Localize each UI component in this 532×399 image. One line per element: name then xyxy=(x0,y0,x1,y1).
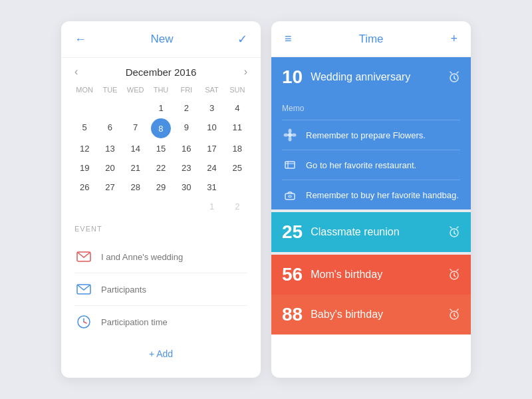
svg-point-14 xyxy=(292,134,297,137)
svg-rect-15 xyxy=(285,162,295,168)
add-button[interactable]: + Add xyxy=(61,340,261,367)
flower-icon xyxy=(282,127,298,143)
memo-row-handbag: Remember to buy her favorite handbag. xyxy=(282,180,460,209)
day-cells[interactable]: 1234567891011121314151617181920212223242… xyxy=(72,99,250,215)
add-event-button[interactable]: + xyxy=(450,32,458,46)
event-card-moms-birthday[interactable]: 56 Mom's birthday xyxy=(271,255,471,295)
day-cell[interactable]: 13 xyxy=(97,140,122,158)
svg-point-12 xyxy=(289,137,292,142)
time-input[interactable] xyxy=(101,317,247,327)
svg-line-9 xyxy=(457,72,458,73)
day-cell[interactable]: 2 xyxy=(225,198,250,215)
svg-line-28 xyxy=(450,269,452,271)
event-card-babys-birthday[interactable]: 88 Baby's birthday xyxy=(271,295,471,334)
svg-line-32 xyxy=(454,316,456,317)
day-cell[interactable]: 4 xyxy=(225,99,250,117)
day-cell[interactable]: 20 xyxy=(97,159,122,177)
day-cell[interactable]: 12 xyxy=(72,140,97,158)
day-cell[interactable]: 6 xyxy=(97,118,122,138)
day-cell[interactable]: 7 xyxy=(123,118,148,138)
prev-month-button[interactable]: ‹ xyxy=(74,66,78,78)
memo-label: Memo xyxy=(282,101,460,120)
svg-line-33 xyxy=(450,309,452,311)
envelope-red-icon xyxy=(74,247,93,266)
day-cell xyxy=(148,198,174,215)
svg-point-10 xyxy=(288,133,292,137)
day-header-mon: MON xyxy=(72,83,97,96)
check-button[interactable]: ✓ xyxy=(237,32,247,47)
svg-line-4 xyxy=(84,322,86,323)
svg-line-34 xyxy=(457,309,458,311)
day-cell[interactable]: 25 xyxy=(225,159,250,177)
day-header-sun: SUN xyxy=(225,83,250,96)
alarm-icon-babys-birthday xyxy=(448,309,460,321)
day-cell[interactable]: 26 xyxy=(72,178,97,196)
next-month-button[interactable]: › xyxy=(244,66,247,78)
day-cell[interactable]: 23 xyxy=(174,159,199,177)
day-cell[interactable]: 16 xyxy=(174,140,199,158)
day-cell[interactable]: 14 xyxy=(123,140,148,158)
day-cell xyxy=(123,198,148,215)
day-headers: MONTUEWEDTHUFRISATSUN xyxy=(72,83,250,96)
event-card-wedding[interactable]: 10 Wedding anniversary xyxy=(271,57,471,97)
day-cell[interactable]: 2 xyxy=(174,99,199,117)
day-cell[interactable]: 17 xyxy=(199,140,224,158)
day-cell xyxy=(174,198,199,215)
day-cell xyxy=(97,99,122,117)
event-row-time xyxy=(74,306,247,338)
svg-point-11 xyxy=(289,129,292,134)
calendar-header: ← New ✓ xyxy=(61,21,261,58)
svg-line-27 xyxy=(454,276,456,277)
day-header-thu: THU xyxy=(148,83,174,96)
day-cell[interactable]: 27 xyxy=(97,178,122,196)
day-header-fri: FRI xyxy=(174,83,199,96)
day-cell[interactable]: 15 xyxy=(148,140,174,158)
svg-line-23 xyxy=(450,227,452,228)
memo-text-handbag: Remember to buy her favorite handbag. xyxy=(306,190,459,200)
day-cell[interactable]: 29 xyxy=(148,178,174,196)
day-cell[interactable]: 1 xyxy=(199,198,224,215)
day-cell[interactable]: 11 xyxy=(225,118,250,138)
day-cell[interactable]: 9 xyxy=(174,118,199,138)
event-card-classmate[interactable]: 25 Classmate reunion xyxy=(271,212,471,252)
day-cell[interactable]: 8 xyxy=(151,118,171,138)
time-panel: ≡ Time + 10 Wedding anniversary xyxy=(271,21,471,378)
day-cell[interactable]: 18 xyxy=(225,140,250,158)
event-name-babys-birthday: Baby's birthday xyxy=(311,309,448,321)
day-header-wed: WED xyxy=(123,83,148,96)
day-cell[interactable]: 10 xyxy=(199,118,224,138)
day-cell[interactable]: 21 xyxy=(123,159,148,177)
memo-row-flowers: Remember to prepare Flowers. xyxy=(282,120,460,150)
event-row-participants xyxy=(74,273,247,306)
svg-rect-18 xyxy=(285,194,295,200)
event-label: EVENT xyxy=(74,225,247,233)
day-cell[interactable]: 1 xyxy=(148,99,174,117)
day-cell[interactable]: 28 xyxy=(123,178,148,196)
time-header: ≡ Time + xyxy=(271,21,471,57)
clock-icon xyxy=(74,313,93,331)
svg-point-13 xyxy=(284,134,289,137)
memo-text-flowers: Remember to prepare Flowers. xyxy=(306,130,426,140)
day-cell[interactable]: 31 xyxy=(199,178,224,196)
menu-button[interactable]: ≡ xyxy=(285,32,292,46)
back-button[interactable]: ← xyxy=(74,33,86,47)
day-cell[interactable]: 30 xyxy=(174,178,199,196)
day-cell[interactable]: 19 xyxy=(72,159,97,177)
envelope-blue-icon xyxy=(74,280,93,299)
day-cell[interactable]: 3 xyxy=(199,99,224,117)
handbag-icon xyxy=(282,187,298,203)
day-cell[interactable]: 22 xyxy=(148,159,174,177)
event-name-wedding: Wedding anniversary xyxy=(311,71,448,83)
event-num-25: 25 xyxy=(282,221,303,243)
memo-text-restaurant: Go to her favorite restaurant. xyxy=(306,160,416,170)
wedding-input[interactable] xyxy=(101,252,247,262)
svg-line-8 xyxy=(450,72,452,73)
day-cell[interactable]: 5 xyxy=(72,118,97,138)
participants-input[interactable] xyxy=(101,285,247,295)
svg-line-22 xyxy=(454,233,456,235)
event-name-classmate: Classmate reunion xyxy=(311,226,448,238)
day-cell[interactable]: 24 xyxy=(199,159,224,177)
time-title: Time xyxy=(358,33,383,46)
day-cell xyxy=(72,198,97,215)
panel-title: New xyxy=(150,33,173,46)
